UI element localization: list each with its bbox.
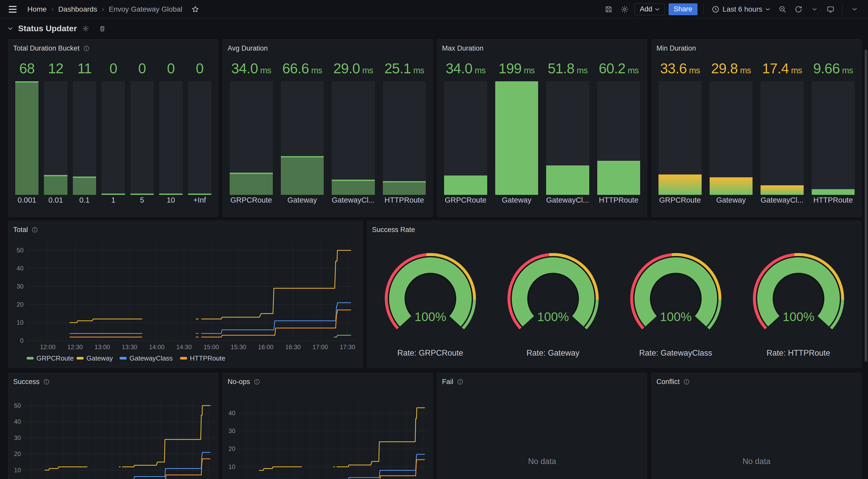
zoom-out-time-icon[interactable]	[776, 3, 789, 15]
bar-column[interactable]: 120.01	[44, 60, 67, 205]
bar-column[interactable]: 17.4msGatewayCl...	[761, 60, 804, 205]
bar-fill	[812, 189, 855, 195]
panel-title[interactable]: Total Duration Bucket	[13, 44, 80, 53]
vertical-scrollbar[interactable]	[865, 49, 867, 362]
bar-label: HTTPRoute	[597, 196, 641, 205]
svg-text:15:30: 15:30	[231, 343, 246, 350]
bar-column[interactable]: 680.001	[15, 60, 38, 205]
info-icon[interactable]	[683, 379, 690, 385]
bar-label: HTTPRoute	[383, 196, 426, 205]
panel-title[interactable]: Avg Duration	[227, 44, 268, 53]
panel-title[interactable]: Success Rate	[372, 226, 415, 234]
breadcrumb-home[interactable]: Home	[27, 5, 47, 13]
panel-total-duration-bucket: Total Duration Bucket 680.001120.01110.1…	[8, 39, 218, 217]
panel-title[interactable]: Conflict	[656, 378, 680, 386]
bar-column[interactable]: 34.0msGRPCRoute	[230, 60, 273, 205]
bar-column[interactable]: 29.0msGatewayCl...	[332, 60, 375, 205]
bar-value: 9.66ms	[812, 60, 855, 77]
bar-column[interactable]: 33.6msGRPCRoute	[658, 60, 702, 205]
bar-fill	[73, 176, 96, 195]
bar-value: 0	[130, 60, 154, 77]
breadcrumb-dashboards[interactable]: Dashboards	[58, 5, 97, 13]
panel-title[interactable]: Max Duration	[442, 44, 484, 53]
refresh-interval-chevron-icon[interactable]	[808, 3, 821, 15]
info-icon[interactable]	[43, 379, 50, 385]
svg-text:30: 30	[228, 427, 235, 434]
breadcrumb: Home › Dashboards › Envoy Gateway Global	[27, 5, 182, 13]
bar-label: GRPCRoute	[658, 196, 702, 205]
bar-column[interactable]: 0+Inf	[188, 60, 211, 205]
bar-track	[230, 81, 273, 195]
chevron-down-icon	[655, 8, 659, 11]
series-line-HTTPRoute	[45, 459, 211, 479]
time-series-chart[interactable]: 01020304012:0012:3013:0013:3014:0014:301…	[223, 373, 432, 479]
panel-title[interactable]: Success	[13, 378, 39, 386]
panel-success-chart: Success 0102030405012:0012:3013:0013:301…	[8, 373, 218, 479]
panel-title[interactable]: Fail	[442, 378, 454, 386]
bar-column[interactable]: 66.6msGateway	[281, 60, 324, 205]
panel-title[interactable]: Min Duration	[656, 44, 696, 53]
bar-label: 10	[159, 196, 182, 205]
bar-label: 5	[130, 196, 154, 205]
bar-column[interactable]: 51.8msGatewayCl...	[546, 60, 589, 205]
bar-label: GatewayCl...	[332, 196, 375, 205]
info-icon[interactable]	[457, 379, 463, 385]
bar-label: GatewayCl...	[761, 196, 804, 205]
series-line-HTTPRoute	[259, 459, 425, 479]
legend-item[interactable]: GRPCRoute	[27, 354, 74, 362]
share-button[interactable]: Share	[669, 3, 698, 15]
svg-text:40: 40	[228, 410, 235, 416]
collapse-nav-chevron-icon[interactable]	[848, 3, 861, 15]
bar-track	[597, 81, 641, 195]
panel-avg-duration: Avg Duration 34.0msGRPCRoute66.6msGatewa…	[223, 39, 433, 217]
bar-value: 199ms	[495, 60, 538, 77]
bar-track	[101, 81, 125, 195]
info-icon[interactable]	[83, 45, 90, 52]
bar-fill	[188, 194, 211, 195]
bar-label: Gateway	[710, 196, 753, 205]
time-series-chart[interactable]: 0102030405012:0012:3013:0013:3014:0014:3…	[8, 373, 218, 479]
bar-column[interactable]: 01	[101, 60, 125, 205]
bar-column[interactable]: 25.1msHTTPRoute	[383, 60, 426, 205]
bar-fill	[44, 175, 67, 195]
bar-column[interactable]: 110.1	[73, 60, 96, 205]
time-series-chart[interactable]: 0102030405012:0012:3013:0013:3014:0014:3…	[8, 221, 363, 368]
bar-column[interactable]: 05	[130, 60, 154, 205]
info-icon[interactable]	[32, 227, 38, 233]
bar-column[interactable]: 010	[159, 60, 182, 205]
info-icon[interactable]	[254, 379, 260, 385]
star-icon[interactable]	[189, 3, 202, 15]
bar-column[interactable]: 60.2msHTTPRoute	[597, 60, 641, 205]
legend-item[interactable]: GatewayClass	[120, 354, 173, 362]
bar-value: 0	[159, 60, 182, 77]
gauge[interactable]: 100%Rate: GRPCRoute	[369, 246, 492, 358]
bar-fill	[15, 81, 38, 195]
bar-column[interactable]: 9.66msHTTPRoute	[812, 60, 855, 205]
dashboard-settings-gear-icon[interactable]	[618, 3, 631, 15]
bar-column[interactable]: 29.8msGateway	[710, 60, 753, 205]
panel-conflict: Conflict No data	[652, 373, 862, 479]
refresh-icon[interactable]	[792, 3, 805, 15]
bar-column[interactable]: 199msGateway	[495, 60, 538, 205]
panel-success-rate: Success Rate 100%Rate: GRPCRoute100%Rate…	[367, 221, 862, 368]
panel-title[interactable]: No-ops	[227, 378, 250, 386]
row-delete-trash-icon[interactable]	[99, 25, 106, 32]
row-collapse-chevron-icon[interactable]	[8, 27, 13, 30]
row-title[interactable]: Status Updater	[18, 24, 77, 33]
tv-kiosk-mode-icon[interactable]	[824, 3, 837, 15]
chevron-down-icon	[766, 8, 770, 11]
legend-item[interactable]: HTTPRoute	[180, 354, 225, 362]
gauge[interactable]: 100%Rate: Gateway	[492, 246, 614, 358]
gauge[interactable]: 100%Rate: GatewayClass	[614, 246, 737, 358]
bar-column[interactable]: 34.0msGRPCRoute	[444, 60, 487, 205]
menu-icon[interactable]	[9, 3, 21, 15]
add-button[interactable]: Add	[634, 3, 665, 15]
panel-title[interactable]: Total	[13, 226, 28, 234]
time-range-picker[interactable]: Last 6 hours	[709, 3, 773, 15]
svg-text:40: 40	[14, 418, 21, 425]
gauge[interactable]: 100%Rate: HTTPRoute	[737, 246, 860, 358]
legend-item[interactable]: Gateway	[77, 354, 113, 362]
bar-label: Gateway	[281, 196, 324, 205]
save-dashboard-icon[interactable]	[602, 3, 615, 15]
row-settings-gear-icon[interactable]	[82, 25, 89, 32]
